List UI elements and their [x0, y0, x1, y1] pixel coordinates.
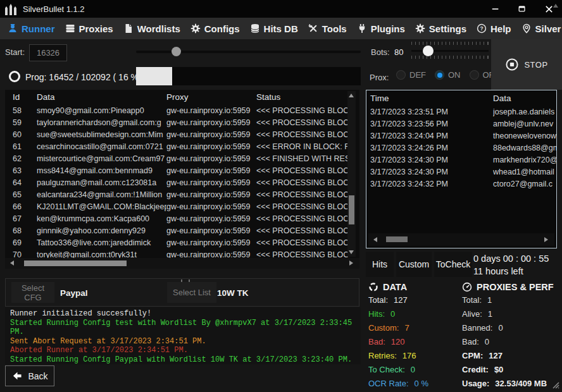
resize-grip-icon[interactable]: [551, 380, 559, 389]
table-row[interactable]: 65 ealcantara234@gmail.com:!1Million gw-…: [5, 188, 359, 200]
horizontal-scrollbar[interactable]: [5, 258, 359, 269]
nav-item-silver-zone[interactable]: 5 Silver Zone: [521, 23, 562, 34]
nav-item-hits-db[interactable]: Hits DB: [250, 23, 298, 34]
table-row[interactable]: 70 torykeit@gmail.com:t0ryk31t gw-eu.rai…: [5, 248, 359, 258]
scroll-right-icon[interactable]: [544, 237, 548, 242]
cell-id: 58: [5, 106, 33, 115]
stop-button[interactable]: STOP: [501, 57, 551, 72]
column-header-time[interactable]: Time: [366, 94, 493, 103]
cell-status: <<< PROCESSING BLOC: [256, 166, 359, 175]
table-row[interactable]: 58 smoy90@gmail.com:Pineapp0 gw-eu.rainp…: [5, 104, 359, 116]
scroll-up-icon[interactable]: [349, 94, 354, 97]
nav-item-help[interactable]: ? Help: [477, 23, 511, 34]
prox-option[interactable]: ON: [435, 70, 461, 80]
table-row[interactable]: 3/17/2023 3:24:32 PM ctoro27@gmail.c: [366, 178, 556, 190]
cell-data: ctoro27@gmail.c: [493, 180, 556, 188]
table-row[interactable]: 3/17/2023 3:23:51 PM joseph.ae.daniels: [366, 106, 556, 118]
bots-slider[interactable]: [411, 42, 489, 61]
start-label: Start:: [5, 47, 25, 57]
scrollbar-thumb[interactable]: [349, 195, 354, 224]
back-button[interactable]: Back: [5, 365, 54, 386]
column-header-status[interactable]: Status: [256, 92, 359, 102]
table-row[interactable]: 64 paulguzman@mail.com:c123081a gw-eu.ra…: [5, 176, 359, 188]
slider-track[interactable]: [136, 51, 361, 53]
scroll-left-icon[interactable]: [373, 237, 377, 242]
proxy-stats-heading: PROXIES & PERF: [462, 281, 558, 293]
tab-hits[interactable]: Hits: [366, 252, 394, 277]
cell-id: 64: [5, 178, 33, 187]
minimize-button[interactable]: [482, 0, 509, 18]
table-row[interactable]: 3/17/2023 3:24:30 PM markhendrix720@: [366, 154, 556, 166]
proxy-stats-rows: Total: 1 Alive: 1 Banned: 0 Bad: 0 CPM: …: [462, 293, 558, 391]
table-row[interactable]: 59 taylorannerichardson@gmail.com:g gw-e…: [5, 116, 359, 128]
nav-item-settings[interactable]: Settings: [415, 23, 466, 34]
cell-data: ginnnik@yahoo.com:denny929: [33, 226, 166, 235]
stat-value: 127: [394, 293, 408, 307]
start-slider[interactable]: [136, 48, 361, 56]
stat-label: Bad:: [368, 335, 385, 349]
cell-data: sue@sweetsublimedesign.com:Mim: [33, 130, 166, 139]
silverbullet-window: SilverBullet 1.1.2 Runner Proxies Wordli…: [0, 0, 562, 392]
nav-item-wordlists[interactable]: Wordlists: [123, 23, 180, 34]
close-button[interactable]: [535, 0, 562, 18]
nav-label: Silver Zone: [535, 23, 562, 34]
cell-data: taylorannerichardson@gmail.com:g: [33, 118, 166, 127]
select-config-button[interactable]: Select CFG: [11, 282, 54, 303]
proxy-stats: PROXIES & PERF Total: 1 Alive: 1 Banned:…: [462, 281, 558, 391]
cell-data: markhendrix720@: [493, 156, 556, 164]
table-row[interactable]: 69 Tattoo336@live.com:jareddimick gw-eu.…: [5, 236, 359, 248]
column-header-proxy[interactable]: Proxy: [166, 92, 256, 102]
column-header-id[interactable]: Id: [5, 92, 33, 102]
runner-log: Runner initialized succesfully!Started R…: [5, 307, 361, 364]
stat-value: 32.53/409 MB: [495, 377, 547, 391]
table-row[interactable]: 3/17/2023 3:23:56 PM amblej@unlv.nev: [366, 118, 556, 130]
stat-label: Usage:: [462, 377, 489, 391]
cell-status: <<< PROCESSING BLOC: [256, 250, 359, 259]
table-row[interactable]: 67 ken@krummcpa.com:Kacpa600 gw-eu.rainp…: [5, 212, 359, 224]
cell-data: theonewelovenow: [493, 132, 556, 140]
cell-time: 3/17/2023 3:23:56 PM: [366, 119, 493, 128]
table-row[interactable]: 68 ginnnik@yahoo.com:denny929 gw-eu.rain…: [5, 224, 359, 236]
tab-tocheck[interactable]: ToCheck: [434, 252, 472, 277]
nav-item-tools[interactable]: Tools: [308, 23, 347, 34]
table-row[interactable]: 66 KJ2011LMT@GMAIL.COM:Blackjeep gw-eu.r…: [5, 200, 359, 212]
nav-item-proxies[interactable]: Proxies: [65, 23, 113, 34]
scrollbar-thumb[interactable]: [386, 236, 408, 242]
proxies-icon: [65, 23, 75, 34]
slider-handle[interactable]: [172, 47, 181, 56]
cell-status: <<< PROCESSING BLOC: [256, 238, 359, 247]
table-row[interactable]: 3/17/2023 3:24:30 PM whead1@hotmail: [366, 166, 556, 178]
progress-radio-icon[interactable]: [9, 71, 20, 82]
table-row[interactable]: 3/17/2023 3:24:26 PM 88edwards88@gm: [366, 142, 556, 154]
table-row[interactable]: 60 sue@sweetsublimedesign.com:Mim gw-eu.…: [5, 128, 359, 140]
scrollbar-thumb[interactable]: [24, 260, 127, 266]
scroll-up-icon[interactable]: [553, 4, 558, 8]
cell-status: <<< PROCESSING BLOC: [256, 202, 359, 211]
horizontal-scrollbar[interactable]: [368, 233, 554, 246]
cell-proxy: gw-eu.rainproxy.io:5959: [166, 130, 256, 139]
stat-row: To Check: 0: [368, 363, 458, 377]
start-input[interactable]: [29, 44, 67, 61]
maximize-button[interactable]: [509, 0, 535, 18]
table-row[interactable]: 62 mistercourtice@gmail.com:Cream97 gw-e…: [5, 152, 359, 164]
vertical-scrollbar[interactable]: [347, 91, 356, 257]
scroll-right-icon[interactable]: [349, 260, 353, 266]
nav-item-runner[interactable]: Runner: [8, 23, 55, 34]
select-list-button[interactable]: Select List: [167, 282, 216, 303]
column-header-data[interactable]: Data: [33, 92, 166, 102]
table-row[interactable]: 61 cesarchinocastillo@gmail.com:0721 gw-…: [5, 140, 359, 152]
scroll-left-icon[interactable]: [10, 260, 14, 266]
nav-item-plugins[interactable]: Plugins: [357, 23, 405, 34]
table-row[interactable]: 3/17/2023 3:24:04 PM theonewelovenow: [366, 130, 556, 142]
prox-option[interactable]: DEF: [396, 70, 426, 80]
nav-item-configs[interactable]: Configs: [190, 23, 240, 34]
minimize-icon: [491, 4, 500, 13]
tab-custom[interactable]: Custom: [396, 252, 432, 277]
sync-icon: [368, 282, 378, 292]
progress-fill: [136, 67, 172, 85]
scroll-down-icon[interactable]: [349, 250, 354, 254]
slider-handle[interactable]: [423, 46, 434, 56]
stat-row: Retries: 176: [368, 349, 458, 363]
table-row[interactable]: 63 mss8414@gmail.com:bennmad9 gw-eu.rain…: [5, 164, 359, 176]
column-header-data[interactable]: Data: [493, 94, 556, 103]
